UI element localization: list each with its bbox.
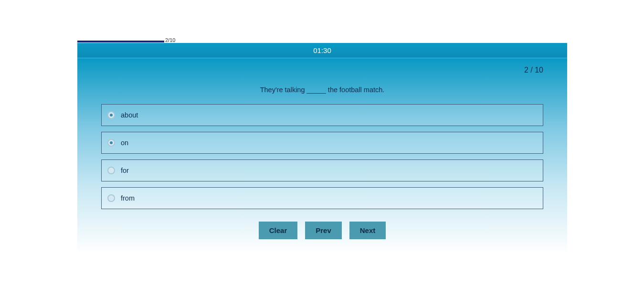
option-2[interactable]: for <box>101 159 543 181</box>
radio-icon <box>107 194 115 202</box>
radio-icon <box>107 167 115 174</box>
options-list: about on for from <box>101 104 543 209</box>
radio-icon <box>107 111 115 119</box>
question-text: They're talking _____ the football match… <box>101 79 543 104</box>
progress-bar-fill <box>77 41 164 42</box>
next-button[interactable]: Next <box>349 222 386 239</box>
radio-icon <box>107 139 115 147</box>
prev-button[interactable]: Prev <box>305 222 342 239</box>
clear-button[interactable]: Clear <box>259 222 298 239</box>
option-3[interactable]: from <box>101 187 543 209</box>
button-row: Clear Prev Next <box>101 222 543 239</box>
quiz-container: 2/10 01:30 2 / 10 They're talking _____ … <box>77 37 567 254</box>
option-label: on <box>121 139 128 147</box>
counter-text: 2 / 10 <box>524 66 543 74</box>
question-counter: 2 / 10 <box>101 58 543 79</box>
option-1[interactable]: on <box>101 132 543 154</box>
option-label: for <box>121 167 129 174</box>
option-label: about <box>121 111 138 119</box>
timer-value: 01:30 <box>313 46 331 54</box>
progress-label: 2/10 <box>165 37 175 43</box>
content-area: 2 / 10 They're talking _____ the footbal… <box>77 58 567 254</box>
timer-bar: 01:30 <box>77 43 567 58</box>
progress-bar: 2/10 <box>77 37 567 43</box>
option-label: from <box>121 194 135 202</box>
option-0[interactable]: about <box>101 104 543 126</box>
